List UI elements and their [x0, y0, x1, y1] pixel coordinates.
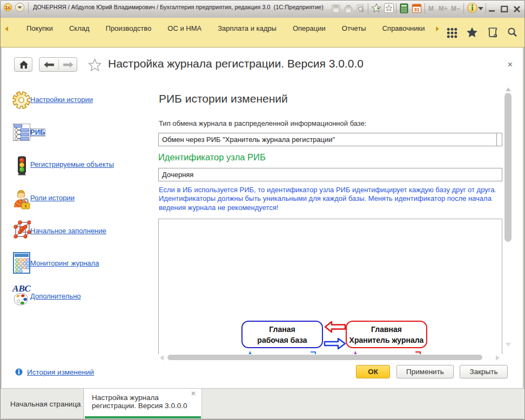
svg-text:1c: 1c	[5, 5, 10, 10]
svg-text:31: 31	[414, 7, 419, 12]
